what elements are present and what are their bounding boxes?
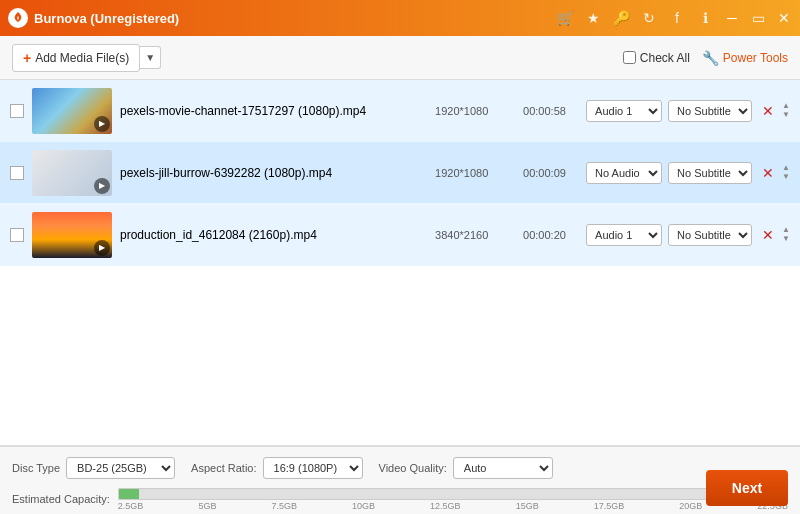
table-row: ▶ pexels-jill-burrow-6392282 (1080p).mp4… [0, 142, 800, 204]
star-icon[interactable]: ★ [584, 9, 602, 27]
refresh-icon[interactable]: ↻ [640, 9, 658, 27]
row-arrows-1: ▲ ▼ [782, 102, 790, 119]
plus-icon: + [23, 50, 31, 66]
dimensions-3: 3840*2160 [435, 229, 515, 241]
subtitle-select-3[interactable]: No Subtitle [668, 224, 752, 246]
arrow-down-3[interactable]: ▼ [782, 235, 790, 243]
capacity-row: Estimated Capacity: 2.5GB 5GB 7.5GB 10GB… [0, 485, 800, 513]
minimize-button[interactable]: ─ [724, 10, 740, 26]
row-controls-1: Audio 1 No Audio No Subtitle ✕ ▲ ▼ [586, 100, 790, 122]
dimensions-2: 1920*1080 [435, 167, 515, 179]
aspect-ratio-group: Aspect Ratio: 16:9 (1080P) 4:3 [191, 457, 362, 479]
row-arrows-2: ▲ ▼ [782, 164, 790, 181]
capacity-label: Estimated Capacity: [12, 493, 110, 505]
delete-icon-2[interactable]: ✕ [762, 165, 774, 181]
add-media-dropdown-button[interactable]: ▼ [140, 46, 161, 69]
capacity-ticks: 2.5GB 5GB 7.5GB 10GB 12.5GB 15GB 17.5GB … [118, 501, 788, 511]
thumbnail-1: ▶ [32, 88, 112, 134]
add-media-label: Add Media File(s) [35, 51, 129, 65]
tick-2: 5GB [198, 501, 216, 511]
arrow-down-1[interactable]: ▼ [782, 111, 790, 119]
row-checkbox-2[interactable] [10, 166, 24, 180]
toolbar: + Add Media File(s) ▼ Check All 🔧 Power … [0, 36, 800, 80]
tick-7: 17.5GB [594, 501, 625, 511]
capacity-bar-bg [118, 488, 788, 500]
subtitle-select-1[interactable]: No Subtitle [668, 100, 752, 122]
tick-8: 20GB [679, 501, 702, 511]
bottom-bar: Disc Type BD-25 (25GB) BD-50 (50GB) DVD-… [0, 446, 800, 514]
table-row: ▶ production_id_4612084 (2160p).mp4 3840… [0, 204, 800, 266]
power-tools-label: Power Tools [723, 51, 788, 65]
info-icon[interactable]: ℹ [696, 9, 714, 27]
wrench-icon: 🔧 [702, 50, 719, 66]
title-bar-left: Burnova (Unregistered) [8, 8, 179, 28]
audio-select-1[interactable]: Audio 1 No Audio [586, 100, 662, 122]
table-row: ▶ pexels-movie-channet-17517297 (1080p).… [0, 80, 800, 142]
row-controls-2: No Audio Audio 1 No Subtitle ✕ ▲ ▼ [586, 162, 790, 184]
arrow-up-3[interactable]: ▲ [782, 226, 790, 234]
arrow-down-2[interactable]: ▼ [782, 173, 790, 181]
filename-2: pexels-jill-burrow-6392282 (1080p).mp4 [120, 166, 427, 180]
duration-2: 00:00:09 [523, 167, 578, 179]
add-media-button[interactable]: + Add Media File(s) [12, 44, 140, 72]
next-button[interactable]: Next [706, 470, 788, 506]
add-media-group: + Add Media File(s) ▼ [12, 44, 161, 72]
aspect-ratio-select[interactable]: 16:9 (1080P) 4:3 [263, 457, 363, 479]
tick-1: 2.5GB [118, 501, 144, 511]
duration-3: 00:00:20 [523, 229, 578, 241]
app-icon [8, 8, 28, 28]
cart-icon[interactable]: 🛒 [556, 9, 574, 27]
dimensions-1: 1920*1080 [435, 105, 515, 117]
aspect-ratio-label: Aspect Ratio: [191, 462, 256, 474]
arrow-up-1[interactable]: ▲ [782, 102, 790, 110]
video-quality-label: Video Quality: [379, 462, 447, 474]
play-overlay-2: ▶ [94, 178, 110, 194]
subtitle-select-2[interactable]: No Subtitle [668, 162, 752, 184]
tick-6: 15GB [516, 501, 539, 511]
filename-1: pexels-movie-channet-17517297 (1080p).mp… [120, 104, 427, 118]
close-button[interactable]: ✕ [776, 10, 792, 26]
duration-1: 00:00:58 [523, 105, 578, 117]
delete-icon-3[interactable]: ✕ [762, 227, 774, 243]
toolbar-right: Check All 🔧 Power Tools [623, 50, 788, 66]
capacity-bar-container: 2.5GB 5GB 7.5GB 10GB 12.5GB 15GB 17.5GB … [118, 488, 788, 511]
bottom-options: Disc Type BD-25 (25GB) BD-50 (50GB) DVD-… [0, 447, 800, 485]
play-overlay-3: ▶ [94, 240, 110, 256]
restore-button[interactable]: ▭ [750, 10, 766, 26]
check-all-group: Check All [623, 51, 690, 65]
tick-4: 10GB [352, 501, 375, 511]
check-all-checkbox[interactable] [623, 51, 636, 64]
disc-type-select[interactable]: BD-25 (25GB) BD-50 (50GB) DVD-5 (4.7GB) [66, 457, 175, 479]
audio-select-3[interactable]: Audio 1 No Audio [586, 224, 662, 246]
play-overlay-1: ▶ [94, 116, 110, 132]
tick-3: 7.5GB [271, 501, 297, 511]
row-arrows-3: ▲ ▼ [782, 226, 790, 243]
thumbnail-2: ▶ [32, 150, 112, 196]
audio-select-2[interactable]: No Audio Audio 1 [586, 162, 662, 184]
row-controls-3: Audio 1 No Audio No Subtitle ✕ ▲ ▼ [586, 224, 790, 246]
app-title: Burnova (Unregistered) [34, 11, 179, 26]
title-bar-icons: 🛒 ★ 🔑 ↻ f ℹ ─ ▭ ✕ [556, 9, 792, 27]
filename-3: production_id_4612084 (2160p).mp4 [120, 228, 427, 242]
video-quality-group: Video Quality: Auto High Medium Low [379, 457, 553, 479]
video-quality-select[interactable]: Auto High Medium Low [453, 457, 553, 479]
media-list: ▶ pexels-movie-channet-17517297 (1080p).… [0, 80, 800, 446]
disc-type-group: Disc Type BD-25 (25GB) BD-50 (50GB) DVD-… [12, 457, 175, 479]
facebook-icon[interactable]: f [668, 9, 686, 27]
check-all-label: Check All [640, 51, 690, 65]
delete-icon-1[interactable]: ✕ [762, 103, 774, 119]
disc-type-label: Disc Type [12, 462, 60, 474]
row-checkbox-1[interactable] [10, 104, 24, 118]
thumbnail-3: ▶ [32, 212, 112, 258]
tick-5: 12.5GB [430, 501, 461, 511]
capacity-bar-fill [119, 489, 139, 499]
arrow-up-2[interactable]: ▲ [782, 164, 790, 172]
key-icon[interactable]: 🔑 [612, 9, 630, 27]
row-checkbox-3[interactable] [10, 228, 24, 242]
title-bar: Burnova (Unregistered) 🛒 ★ 🔑 ↻ f ℹ ─ ▭ ✕ [0, 0, 800, 36]
power-tools-button[interactable]: 🔧 Power Tools [702, 50, 788, 66]
